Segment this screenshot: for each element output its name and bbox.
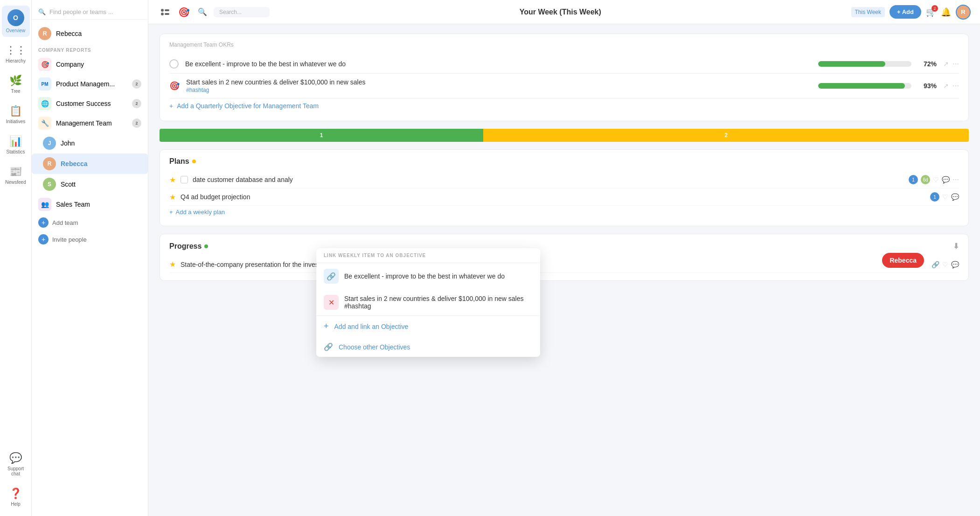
star-icon-2[interactable]: ★ [169,193,176,202]
customer-icon: 🌐 [38,97,51,110]
dropdown-header: LINK WEEKLY ITEM TO AN OBJECTIVE [316,248,540,263]
add-button[interactable]: + Add [890,5,921,19]
user-name: John [61,139,75,147]
plan-checkbox-1[interactable] [181,176,188,183]
progress-fill-2 [818,83,905,89]
sidebar-add-team[interactable]: + Add team [32,214,148,231]
nav-tree[interactable]: 🌿 Tree [2,71,30,98]
search-icon: 🔍 [38,8,46,15]
dropdown-item-4[interactable]: 🔗 Choose other Objectives [316,337,540,357]
sidebar-search[interactable]: 🔍 Find people or teams ... [32,5,148,20]
sidebar-item-john[interactable]: J John [32,133,148,153]
segment-label-1: 1 [320,132,323,139]
team-list-icon[interactable] [158,5,173,20]
cart-badge: 2 [931,5,938,12]
star-icon-progress[interactable]: ★ [169,260,176,269]
add-weekly-plan[interactable]: + Add a weekly plan [169,206,959,218]
avatar: R [43,157,56,170]
heart-icon[interactable]: ♡ [933,176,939,183]
counter-badge-3[interactable]: 1 [930,192,939,202]
okr-actions-2: ↗ ⋯ [943,82,959,90]
breadcrumb: Management Team OKRs [169,42,959,48]
nav-initiatives-label: Initiatives [6,119,26,124]
sidebar-item-company[interactable]: 🎯 Company [32,55,148,74]
nav-statistics[interactable]: 📊 Statistics [2,132,30,158]
link-objective-dropdown: LINK WEEKLY ITEM TO AN OBJECTIVE 🔗 Be ex… [316,248,540,357]
rebecca-tooltip[interactable]: Rebecca [882,253,924,268]
plus-link-icon: + [324,321,329,331]
search-text: Search... [219,9,242,15]
team-name: Company [56,61,84,68]
sidebar-item-rebecca-sub[interactable]: R Rebecca [32,153,148,174]
team-name: Management Team [56,119,112,127]
counter-badge-2[interactable]: 6d [921,175,930,184]
more-icon-2[interactable]: ⋯ [952,82,959,90]
download-icon[interactable]: ⬇ [953,242,959,251]
dropdown-item-1[interactable]: 🔗 Be excellent - improve to be the best … [316,263,540,289]
notification-icon[interactable]: 🔔 [941,7,951,17]
comment-icon-2[interactable]: 💬 [951,193,959,201]
user-name: Scott [61,181,76,188]
heart-icon-2[interactable]: ♡ [942,193,948,201]
progress-pct-1: 72% [918,60,937,68]
plan-actions-2: 1 ♡ 💬 [930,192,959,202]
user-name: Rebecca [61,160,88,167]
nav-support-label: Support chat [5,466,27,476]
counter-badge-1[interactable]: 1 [909,175,918,184]
more-icon[interactable]: ⋯ [952,60,959,68]
heart-icon-progress[interactable]: ♡ [942,261,948,268]
tooltip-label: Rebecca [890,257,917,264]
nav-initiatives[interactable]: 📋 Initiatives [2,101,30,128]
timeline-segment-1: 1 [160,129,483,142]
comment-icon-progress[interactable]: 💬 [951,261,959,268]
add-team-label: Add team [52,219,78,226]
cart-icon[interactable]: 🛒 2 [926,7,936,17]
add-plan-label: Add a weekly plan [176,209,225,216]
sidebar-item-sales-team[interactable]: 👥 Sales Team [32,195,148,214]
content-area: Management Team OKRs Be excellent - impr… [148,24,980,516]
dropdown-item-3[interactable]: + Add and link an Objective [316,316,540,337]
external-link-icon[interactable]: ↗ [943,60,949,68]
okr-actions-1: ↗ ⋯ [943,60,959,68]
left-navigation: O Overview ⋮⋮ Hierarchy 🌿 Tree 📋 Initiat… [0,0,32,516]
nav-support-chat[interactable]: 💬 Support chat [2,448,30,480]
nav-hierarchy[interactable]: ⋮⋮ Hierarchy [2,41,30,67]
sidebar-invite-people[interactable]: + Invite people [32,231,148,248]
dropdown-text-3: Add and link an Objective [334,323,409,330]
more-plan-icon[interactable]: ⋯ [952,176,959,183]
okr-radio[interactable] [169,59,179,69]
okr-item-1: Be excellent - improve to be the best in… [169,55,959,74]
target-icon[interactable]: 🎯 [176,5,191,20]
sidebar-item-customer-success[interactable]: 🌐 Customer Success 2 [32,94,148,113]
week-selector[interactable]: This Week [851,7,885,17]
sidebar-item-management-team[interactable]: 🔧 Management Team 2 [32,113,148,133]
timeline-bar: 1 2 [160,129,969,142]
add-objective-link[interactable]: + Add a Quarterly Objective for Manageme… [169,98,959,113]
user-name: Rebecca [56,30,82,37]
nav-newsfeed[interactable]: 📰 Newsfeed [2,162,30,188]
external-link-icon-2[interactable]: ↗ [943,82,949,90]
progress-title: Progress ⬇ [169,242,959,251]
dropdown-text-4: Choose other Objectives [339,343,410,351]
newsfeed-icon: 📰 [9,166,22,178]
avatar: R [38,27,51,40]
plus-icon: + [169,102,173,110]
link-icon[interactable]: 🔗 [931,261,939,268]
cross-icon: ✕ [324,295,339,310]
nav-newsfeed-label: Newsfeed [5,180,26,185]
okr-item-2: 🎯 Start sales in 2 new countries & deliv… [169,74,959,98]
nav-help[interactable]: ❓ Help [2,484,30,510]
sidebar-item-scott[interactable]: S Scott [32,174,148,195]
sidebar-item-product[interactable]: PM Product Managem... 2 [32,74,148,94]
star-icon-1[interactable]: ★ [169,175,176,184]
user-avatar-topbar[interactable]: R [956,5,971,20]
statistics-icon: 📊 [9,135,22,147]
search-icon-topbar[interactable]: 🔍 [195,5,210,20]
sidebar-user-rebecca[interactable]: R Rebecca [32,23,148,44]
dropdown-item-2[interactable]: ✕ Start sales in 2 new countries & deliv… [316,289,540,315]
search-placeholder: Find people or teams ... [49,8,113,15]
nav-overview[interactable]: O Overview [2,6,30,37]
topbar-search-bar[interactable]: Search... [214,7,270,17]
comment-icon[interactable]: 💬 [942,176,950,183]
svg-point-1 [161,13,164,15]
